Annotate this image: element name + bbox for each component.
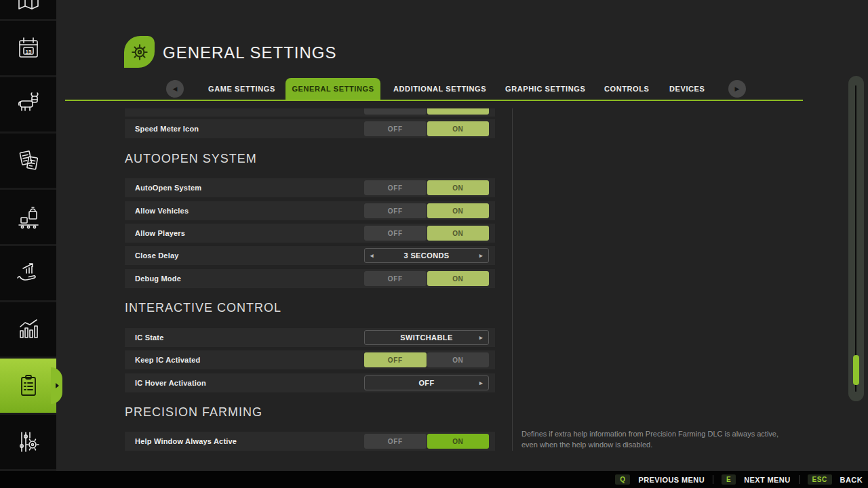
setting-label: Allow Players	[135, 224, 185, 243]
settings-list-icon	[14, 371, 43, 401]
help-window-always-active-toggle: OFF ON	[364, 434, 489, 449]
selector-next-icon[interactable]: ▸	[479, 252, 483, 259]
bottom-bar: Q PREVIOUS MENU E NEXT MENU ESC BACK	[0, 471, 868, 488]
scrollbar	[848, 76, 864, 401]
section-header-precision: PRECISION FARMING	[125, 404, 262, 420]
sidebar-item-finances[interactable]	[0, 246, 56, 300]
speed-meter-icon-toggle: OFF ON	[364, 121, 489, 136]
setting-row-allow-players: Allow Players OFF ON	[125, 224, 495, 243]
sidebar-item-map[interactable]	[0, 0, 56, 19]
toggle-on-button[interactable]: ON	[427, 226, 490, 241]
toggle-on-button[interactable]: ON	[427, 434, 490, 449]
debug-mode-toggle: OFF ON	[364, 271, 489, 286]
sidebar-item-statistics[interactable]	[0, 302, 56, 357]
toggle-off-button[interactable]: OFF	[364, 434, 427, 449]
bottom-bar-divider	[713, 475, 713, 484]
toggle-off-button[interactable]: OFF	[364, 271, 427, 286]
bottom-bar-divider	[799, 475, 800, 484]
close-delay-selector[interactable]: ◂ 3 SECONDS ▸	[364, 248, 489, 263]
setting-row-ic-state: IC State SWITCHABLE ▸	[125, 328, 495, 347]
previous-menu-button[interactable]: Q PREVIOUS MENU	[615, 474, 705, 485]
autoopen-system-toggle: OFF ON	[364, 180, 489, 195]
selector-next-icon[interactable]: ▸	[479, 334, 483, 341]
key-q-badge: Q	[615, 474, 630, 485]
calendar-day: 15	[25, 49, 31, 55]
setting-row-debug-mode: Debug Mode OFF ON	[125, 269, 495, 288]
animals-icon	[14, 89, 43, 119]
section-header-interactive: INTERACTIVE CONTROL	[125, 300, 281, 316]
setting-label: Speed Meter Icon	[135, 119, 199, 138]
statistics-icon	[14, 314, 43, 344]
allow-players-toggle: OFF ON	[364, 226, 489, 241]
toggle-off-button[interactable]: OFF	[364, 180, 427, 195]
toggle-off-button[interactable]: OFF	[364, 203, 427, 218]
toggle-off-button[interactable]: OFF	[364, 226, 427, 241]
setting-row-autoopen-system: AutoOpen System OFF ON	[125, 178, 495, 197]
toggle-on-button[interactable]: ON	[427, 352, 490, 367]
tabs-prev-button[interactable]: ◀	[166, 80, 184, 98]
setting-row-help-window-always-active: Help Window Always Active OFF ON	[125, 432, 495, 451]
production-icon	[14, 202, 43, 232]
tab-additional-settings[interactable]: ADDITIONAL SETTINGS	[393, 78, 486, 100]
previous-menu-label: PREVIOUS MENU	[638, 476, 705, 484]
toggle-on-button[interactable]	[427, 100, 490, 115]
sidebar-item-calendar[interactable]: 15	[0, 21, 56, 75]
sidebar-item-contracts[interactable]	[0, 134, 56, 188]
toggle-on-button[interactable]: ON	[427, 271, 490, 286]
general-settings-screen: 15	[0, 0, 868, 488]
setting-label: AutoOpen System	[135, 178, 201, 197]
sidebar-item-game-settings[interactable]	[0, 359, 56, 413]
tabs-next-button[interactable]: ▶	[728, 80, 746, 98]
help-panel-divider	[512, 108, 513, 451]
sidebar-item-advanced-settings[interactable]	[0, 415, 56, 469]
page-icon-bubble	[124, 36, 155, 68]
selector-prev-icon[interactable]: ◂	[370, 252, 374, 259]
setting-label: Allow Vehicles	[135, 201, 189, 220]
selector-value: SWITCHABLE	[400, 333, 452, 342]
ic-hover-activation-selector[interactable]: OFF ▸	[364, 375, 489, 390]
sidebar: 15	[0, 0, 56, 471]
selector-value: 3 SECONDS	[403, 251, 449, 260]
toggle-off-button[interactable]	[364, 100, 427, 115]
tab-graphic-settings[interactable]: GRAPHIC SETTINGS	[505, 78, 585, 100]
toggle-on-button[interactable]: ON	[427, 180, 490, 195]
next-arrow-icon: ▶	[735, 85, 740, 92]
toggle-partial	[364, 100, 489, 115]
setting-row-speed-meter-icon: Speed Meter Icon OFF ON	[125, 119, 495, 138]
advanced-settings-icon	[14, 427, 43, 457]
tab-underline	[65, 100, 803, 101]
page-title: GENERAL SETTINGS	[163, 43, 337, 63]
back-label: BACK	[840, 476, 863, 484]
setting-label: Debug Mode	[135, 269, 181, 288]
allow-vehicles-toggle: OFF ON	[364, 203, 489, 218]
toggle-on-button[interactable]: ON	[427, 121, 490, 136]
sidebar-item-animals[interactable]	[0, 77, 56, 131]
sidebar-item-production[interactable]	[0, 190, 56, 244]
setting-row-close-delay: Close Delay ◂ 3 SECONDS ▸	[125, 246, 495, 265]
setting-row-ic-hover-activation: IC Hover Activation OFF ▸	[125, 373, 495, 392]
selector-value: OFF	[418, 379, 434, 387]
tab-devices[interactable]: DEVICES	[669, 78, 705, 100]
tab-general-settings[interactable]: GENERAL SETTINGS	[285, 78, 380, 100]
toggle-off-button[interactable]: OFF	[364, 352, 427, 367]
prev-arrow-icon: ◀	[173, 85, 178, 92]
toggle-on-button[interactable]: ON	[427, 203, 490, 218]
key-esc-badge: ESC	[808, 474, 832, 485]
setting-label: IC Hover Activation	[135, 373, 206, 392]
tab-controls[interactable]: CONTROLS	[604, 78, 650, 100]
setting-label: IC State	[135, 328, 164, 347]
selector-next-icon[interactable]: ▸	[479, 380, 483, 386]
next-menu-button[interactable]: E NEXT MENU	[722, 474, 791, 485]
map-icon	[14, 0, 43, 16]
back-button[interactable]: ESC BACK	[808, 474, 863, 485]
scrollbar-track[interactable]	[855, 85, 856, 392]
scrollbar-thumb[interactable]	[853, 355, 859, 385]
tab-game-settings[interactable]: GAME SETTINGS	[208, 78, 275, 100]
toggle-off-button[interactable]: OFF	[364, 121, 427, 136]
ic-state-selector[interactable]: SWITCHABLE ▸	[364, 330, 489, 345]
setting-label: Close Delay	[135, 246, 179, 265]
contracts-icon	[14, 146, 43, 176]
keep-ic-activated-toggle: OFF ON	[364, 352, 489, 367]
calendar-icon: 15	[14, 33, 43, 63]
active-tab-arrow-icon	[56, 383, 59, 388]
